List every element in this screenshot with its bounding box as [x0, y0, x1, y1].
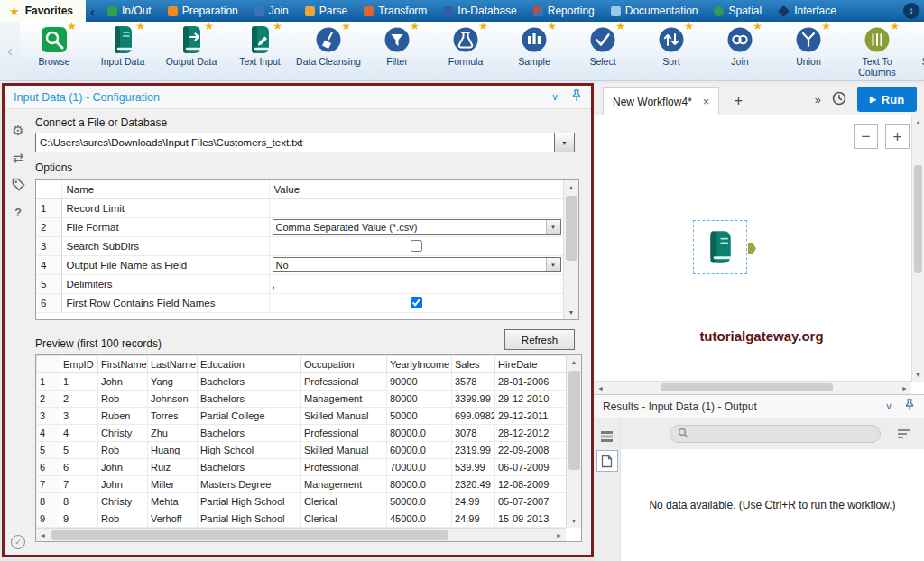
column-header-yearlyincome[interactable]: YearlyIncome: [387, 356, 452, 373]
table-row[interactable]: 8 8 Christy Mehta Partial High School Cl…: [37, 493, 568, 510]
scrollbar-thumb[interactable]: [51, 530, 448, 540]
tab-indatabase[interactable]: In-Database: [435, 0, 524, 22]
file-format-select[interactable]: Comma Separated Value (*.csv)▼: [273, 219, 561, 235]
tool-sample[interactable]: ★ Sample: [500, 22, 568, 80]
workflow-settings-gear-icon[interactable]: ⚙: [12, 124, 23, 137]
input-data-tool-node[interactable]: [693, 220, 747, 274]
collapse-panel-icon[interactable]: ∨: [551, 92, 559, 102]
tab-preparation[interactable]: Preparation: [160, 0, 246, 22]
sync-arrows-icon[interactable]: ⇄: [13, 151, 24, 164]
tab-overflow-icon[interactable]: »: [815, 93, 821, 106]
search-subdirs-checkbox[interactable]: [411, 240, 422, 252]
tool-summarize[interactable]: ★ Summarize: [911, 22, 924, 80]
tab-reporting[interactable]: Reporting: [525, 0, 603, 22]
results-grid-view-button[interactable]: [596, 425, 618, 446]
file-path-input[interactable]: [35, 133, 555, 152]
results-file-view-button[interactable]: [596, 450, 618, 472]
canvas-horizontal-scrollbar[interactable]: ◄ ►: [594, 381, 911, 394]
version-history-icon[interactable]: [831, 90, 847, 109]
scroll-up-icon[interactable]: ▲: [911, 115, 924, 129]
tool-text-to-columns[interactable]: ★ Text To Columns: [843, 22, 911, 80]
scroll-right-icon[interactable]: ►: [898, 382, 911, 395]
workflow-canvas[interactable]: − + tutorialgateway.org ◄ ► ▲ ▼: [594, 115, 924, 394]
table-row[interactable]: 7 7 John Miller Masters Degree Managemen…: [37, 476, 568, 493]
table-row[interactable]: 5 5 Rob Huang High School Skilled Manual…: [37, 442, 568, 459]
workflow-tab[interactable]: New Workflow4* ×: [603, 87, 719, 115]
preview-horizontal-scrollbar[interactable]: ◄ ►: [36, 528, 566, 541]
table-row[interactable]: 9 9 Rob Verhoff Partial High School Cler…: [37, 510, 568, 528]
zoom-in-button[interactable]: +: [885, 124, 910, 149]
tool-browse[interactable]: ★ Browse: [20, 22, 88, 80]
column-header-education[interactable]: Education: [198, 356, 301, 373]
scroll-down-icon[interactable]: ▼: [911, 368, 924, 382]
output-filename-select[interactable]: No▼: [273, 257, 561, 272]
first-row-field-names-checkbox[interactable]: [411, 297, 422, 308]
close-tab-icon[interactable]: ×: [703, 96, 710, 107]
column-header-firstname[interactable]: FirstName: [98, 356, 148, 373]
file-path-dropdown-button[interactable]: ▼: [555, 133, 575, 152]
run-button[interactable]: ▶ Run: [857, 87, 917, 112]
column-header-hiredate[interactable]: HireDate: [495, 356, 568, 373]
scroll-up-icon[interactable]: ▲: [568, 355, 581, 369]
pin-panel-icon[interactable]: [571, 89, 582, 105]
scroll-left-icon[interactable]: ◄: [594, 382, 607, 395]
tab-documentation[interactable]: Documentation: [603, 0, 707, 22]
results-panel: Results - Input Data (1) - Output ∨: [594, 394, 924, 561]
canvas-vertical-scrollbar[interactable]: ▲ ▼: [911, 115, 924, 382]
tab-inout[interactable]: In/Out: [99, 0, 160, 22]
scroll-down-icon[interactable]: ▼: [568, 514, 581, 528]
tab-join[interactable]: Join: [246, 0, 297, 22]
zoom-out-button[interactable]: −: [854, 124, 878, 149]
tool-formula[interactable]: ★ Formula: [431, 22, 500, 80]
tool-join[interactable]: ★ Join: [706, 22, 774, 80]
tab-interface[interactable]: Interface: [770, 0, 845, 22]
record-limit-value[interactable]: [269, 198, 564, 217]
scroll-right-icon[interactable]: ►: [552, 529, 566, 542]
scroll-down-icon[interactable]: ▼: [565, 306, 578, 319]
new-workflow-button[interactable]: +: [726, 90, 750, 112]
table-row[interactable]: 2 2 Rob Johnson Bachelors Management 800…: [37, 391, 568, 408]
output-anchor[interactable]: [748, 243, 756, 254]
options-vertical-scrollbar[interactable]: ▲ ▼: [563, 180, 578, 319]
scroll-up-icon[interactable]: ▲: [565, 180, 578, 194]
tool-filter[interactable]: ★ Filter: [363, 22, 431, 80]
table-row[interactable]: 1 1 John Yang Bachelors Professional 900…: [37, 373, 568, 391]
tool-output-data[interactable]: ★ Output Data: [157, 22, 226, 80]
tool-sort[interactable]: ★ Sort: [637, 22, 706, 80]
scrollbar-thumb[interactable]: [566, 196, 578, 261]
refresh-button[interactable]: Refresh: [504, 329, 575, 350]
tab-transform[interactable]: Transform: [356, 0, 435, 22]
column-header-lastname[interactable]: LastName: [148, 356, 198, 373]
scrollbar-thumb[interactable]: [914, 165, 922, 273]
column-header-occupation[interactable]: Occupation: [301, 356, 387, 373]
tab-parse[interactable]: Parse: [297, 0, 356, 22]
tab-spatial[interactable]: Spatial: [706, 0, 770, 22]
tool-input-data[interactable]: ★ Input Data: [88, 22, 157, 80]
tool-union[interactable]: ★ Union: [774, 22, 843, 80]
tool-text-input[interactable]: ★ Text Input: [226, 22, 294, 80]
scrollbar-thumb[interactable]: [568, 371, 580, 470]
preview-vertical-scrollbar[interactable]: ▲ ▼: [566, 355, 581, 528]
pin-panel-icon[interactable]: [904, 399, 915, 414]
collapse-panel-icon[interactable]: ∨: [885, 401, 892, 411]
column-header-empid[interactable]: EmpID: [60, 356, 98, 373]
scrollbar-thumb[interactable]: [661, 383, 833, 391]
tool-data-cleansing[interactable]: ★ Data Cleansing: [294, 22, 363, 80]
category-scroll-control[interactable]: ↕: [899, 0, 924, 22]
table-row[interactable]: 3 3 Ruben Torres Partial College Skilled…: [37, 408, 568, 425]
tool-select[interactable]: ★ Select: [568, 22, 637, 80]
delimiters-value[interactable]: ,: [269, 274, 564, 293]
ribbon-scroll-left-icon[interactable]: ‹: [86, 0, 99, 22]
palette-scroll-left-icon[interactable]: ‹: [0, 22, 20, 80]
tag-icon[interactable]: [12, 178, 25, 193]
column-header-sales[interactable]: Sales: [452, 356, 495, 373]
tab-label: Join: [269, 5, 289, 17]
table-row[interactable]: 4 4 Christy Zhu Bachelors Professional 8…: [37, 425, 568, 442]
table-row[interactable]: 6 6 John Ruiz Bachelors Professional 700…: [37, 459, 568, 476]
help-icon[interactable]: ?: [14, 207, 22, 218]
tab-favorites[interactable]: ★ Favorites: [0, 0, 86, 22]
search-input[interactable]: [694, 428, 873, 439]
scroll-left-icon[interactable]: ◄: [36, 529, 50, 542]
results-menu-icon[interactable]: [897, 428, 911, 439]
results-search-box[interactable]: [670, 425, 881, 443]
